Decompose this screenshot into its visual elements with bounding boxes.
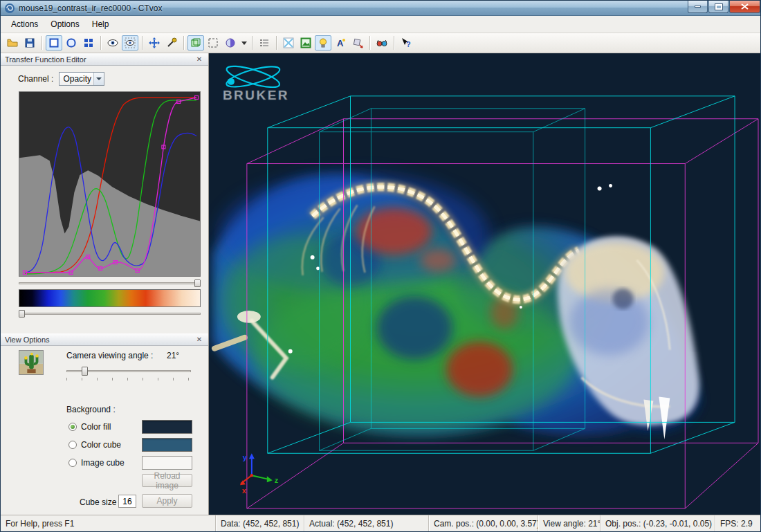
title-bar[interactable]: mouse19_contrast_ir_rec0000 - CTvox [1,1,760,16]
slice-cross-icon [283,37,294,48]
bruker-wordmark: BRUKER [223,88,289,102]
stereo-button[interactable] [374,35,390,51]
single-window-button[interactable] [46,35,62,51]
status-view-angle: View angle: 21° [538,515,600,531]
color-fill-radio[interactable] [68,423,77,431]
transform-axes-icon [352,37,363,48]
combo-chevron-down-icon[interactable] [93,73,104,85]
toolbar-separator [42,36,42,50]
toolbar: A ? [1,33,760,53]
axis-y-label: y [243,453,248,461]
toolbar-separator [369,36,370,50]
status-bar: For Help, press F1 Data: (452, 452, 851)… [1,515,760,531]
volume-box-icon [190,37,201,48]
texture-button[interactable] [297,35,314,51]
slider-thumb[interactable] [194,279,201,287]
view-options-close-icon[interactable]: ✕ [194,336,204,343]
pivot-pin-icon [166,37,177,48]
bruker-logo: BRUKER [223,62,289,102]
bruker-orbit-icon [225,62,282,91]
status-fps: FPS: 2.9 [715,515,760,531]
gradient-range-slider[interactable] [19,310,201,318]
slice-view-button[interactable] [280,35,297,51]
background-label: Background : [66,405,116,414]
grid-window-icon [83,37,94,48]
slider-thumb[interactable] [82,367,88,376]
pan-arrows-icon [149,37,160,48]
close-button[interactable] [729,1,760,13]
eye-roi-icon [125,37,136,48]
axis-indicator: y x z [240,453,279,495]
camera-angle-value: 21° [167,351,179,360]
slider-tick-marks [66,378,191,380]
bounding-box-button[interactable] [187,35,204,51]
grid-window-button[interactable] [80,35,97,51]
minimize-button[interactable] [688,1,708,13]
cube-size-label: Cube size [80,497,116,507]
color-cube-radio[interactable] [68,441,77,449]
window-title: mouse19_contrast_ir_rec0000 - CTvox [19,3,162,13]
menu-actions[interactable]: Actions [5,17,44,32]
save-floppy-icon [24,37,35,48]
histogram-range-slider[interactable] [19,279,201,287]
camera-angle-slider[interactable] [66,367,191,376]
toolbar-separator [394,36,394,50]
rounded-window-button[interactable] [63,35,80,51]
color-gradient-bar[interactable] [19,289,201,307]
mouse-ct-volume [212,173,700,439]
open-folder-icon [7,37,18,48]
render-viewport[interactable]: BRUKER y x z [209,53,760,515]
camera-angle-label: Camera viewing angle : [66,351,153,360]
single-window-icon [48,37,59,48]
transfer-function-plot[interactable] [19,91,201,277]
color-fill-swatch[interactable] [142,420,192,434]
color-cube-swatch[interactable] [142,438,192,452]
slider-track [19,282,201,284]
toolbar-separator [100,36,101,50]
view-options-title: View Options [5,336,50,344]
help-arrow-icon: ? [401,37,412,48]
color-cube-label: Color cube [81,440,121,450]
apply-button[interactable]: Apply [142,494,192,508]
sphere-clip-button[interactable] [222,35,239,51]
visibility-button[interactable] [104,35,121,51]
context-help-button[interactable]: ? [398,35,414,51]
view-options-panel-header: View Options ✕ [1,333,208,346]
reload-image-button[interactable]: Reload image [142,474,192,487]
image-icon [300,37,311,48]
transform-button[interactable] [349,35,366,51]
annotation-button[interactable]: A [332,35,349,51]
tfe-panel-title: Transfer Function Editor [5,55,86,64]
menu-options[interactable]: Options [44,17,85,32]
maximize-button[interactable] [708,1,728,13]
open-button[interactable] [4,35,21,51]
minimize-icon [695,6,701,8]
ctvox-app-icon [4,3,15,14]
channel-select[interactable]: Opacity [59,72,104,86]
pan-button[interactable] [146,35,163,51]
menu-bar: Actions Options Help [1,16,760,33]
status-data-size: Data: (452, 452, 851) [215,515,304,531]
profile-list-button[interactable] [256,35,273,51]
image-cube-radio[interactable] [68,459,77,467]
menu-help[interactable]: Help [86,17,116,32]
axis-z-label: z [275,476,279,484]
left-dock: Transfer Function Editor ✕ Channel : Opa… [1,53,209,515]
clip-roi-button[interactable] [205,35,221,51]
image-cube-path-field[interactable] [142,456,192,470]
save-button[interactable] [21,35,38,51]
letter-a-icon: A [335,37,346,48]
view-options-cactus-icon [19,350,44,375]
pivot-button[interactable] [163,35,180,51]
cube-size-input[interactable] [118,495,136,508]
toolbar-separator [142,36,143,50]
toolbar-separator [252,36,253,50]
fly-view-button[interactable] [122,35,138,51]
maximize-icon [715,4,722,10]
tfe-close-icon[interactable]: ✕ [194,55,204,63]
slider-thumb[interactable] [19,310,25,318]
clip-options-button[interactable] [239,35,248,51]
ctvox-window: mouse19_contrast_ir_rec0000 - CTvox Acti… [0,0,761,532]
close-icon [741,3,749,10]
lighting-button[interactable] [315,35,331,51]
